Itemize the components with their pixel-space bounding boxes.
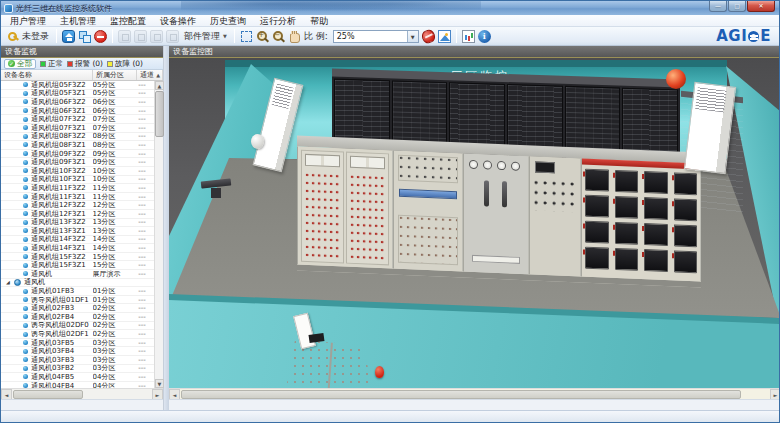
- menu-item[interactable]: 历史查询: [203, 15, 253, 27]
- close-button[interactable]: ✕: [747, 1, 775, 12]
- vscroll-thumb[interactable]: [155, 91, 164, 137]
- menu-item[interactable]: 设备操作: [153, 15, 203, 27]
- column-zone[interactable]: 所属分区: [93, 70, 137, 80]
- display-cabinet[interactable]: [393, 151, 463, 272]
- switch-unit: [674, 250, 698, 273]
- cabinet-door[interactable]: [301, 150, 344, 264]
- switch-unit: [585, 247, 609, 270]
- widget-manage-button[interactable]: 部件管理 ▼: [182, 29, 229, 44]
- control-cabinet-row[interactable]: [297, 136, 701, 301]
- switchgear-cabinet[interactable]: [581, 158, 701, 281]
- device-status-icon: [23, 246, 28, 251]
- device-status-icon: [23, 203, 28, 208]
- device-status-icon: [23, 297, 28, 302]
- info-icon[interactable]: [478, 30, 491, 43]
- menu-item[interactable]: 主机管理: [53, 15, 103, 27]
- device-status-icon: [23, 185, 28, 190]
- wall-alarm-icon[interactable]: [375, 366, 384, 378]
- column-channel[interactable]: 通道▲: [137, 70, 163, 80]
- pan-hand-icon[interactable]: [288, 30, 301, 43]
- chevron-down-icon: ▼: [223, 33, 227, 39]
- device-channel: ---: [138, 321, 154, 329]
- switch-unit: [644, 249, 668, 272]
- disabled-tool-icon: [166, 30, 179, 43]
- device-channel: ---: [138, 227, 154, 235]
- scroll-down-icon[interactable]: ▼: [155, 379, 164, 388]
- scroll-up-icon[interactable]: ▲: [155, 81, 164, 90]
- device-status-icon: [23, 323, 28, 328]
- column-device-name[interactable]: 设备名称: [1, 70, 93, 80]
- image-view-icon[interactable]: [438, 30, 451, 43]
- device-status-icon: [23, 254, 28, 259]
- cascade-windows-icon[interactable]: [78, 30, 91, 43]
- gauge-cabinet[interactable]: [463, 153, 529, 274]
- switch-unit: [644, 197, 668, 220]
- switch-unit: [615, 196, 639, 219]
- meter-window: [535, 162, 555, 174]
- filter-fault[interactable]: 故障 (0): [107, 59, 143, 69]
- switch-unit: [585, 221, 609, 244]
- chart-icon[interactable]: [462, 30, 475, 43]
- login-label: 未登录: [22, 30, 49, 43]
- device-status-icon: [23, 263, 28, 268]
- switch-unit: [644, 223, 668, 246]
- minimize-button[interactable]: —: [709, 1, 727, 12]
- zoom-in-icon[interactable]: +: [256, 30, 269, 43]
- device-zone: 展厅演示: [93, 269, 139, 279]
- toolbar-separator: [456, 29, 457, 43]
- hscroll-thumb[interactable]: [13, 390, 83, 399]
- device-status-icon: [23, 134, 28, 139]
- relay-cabinet[interactable]: [529, 156, 581, 276]
- alarm-status-icon: [67, 61, 73, 67]
- switch-unit: [585, 169, 609, 192]
- toolbar-separator: [112, 29, 113, 43]
- security-camera[interactable]: [201, 176, 235, 200]
- device-status-icon: [23, 271, 28, 276]
- maximize-button[interactable]: ▢: [728, 1, 746, 12]
- filter-alarm[interactable]: 报警 (0): [67, 59, 103, 69]
- gauge-icon: [511, 162, 520, 171]
- switch-unit: [615, 222, 639, 245]
- device-channel: ---: [138, 261, 154, 269]
- device-channel: ---: [138, 158, 154, 166]
- stop-icon[interactable]: [94, 30, 107, 43]
- alarm-sphere-icon[interactable]: [666, 69, 686, 89]
- device-status-icon: [23, 357, 28, 362]
- filter-all[interactable]: ✓ 全部: [4, 59, 36, 69]
- device-list-vscrollbar[interactable]: ▲ ▼: [154, 81, 163, 388]
- group-icon: [14, 279, 21, 286]
- menu-item[interactable]: 用户管理: [3, 15, 53, 27]
- switch-unit: [615, 170, 639, 193]
- device-channel: ---: [138, 81, 154, 89]
- label-text-lines: [272, 84, 294, 109]
- cabinet-door[interactable]: [346, 152, 389, 266]
- toolbar-separator: [234, 29, 235, 43]
- menu-item[interactable]: 监控配置: [103, 15, 153, 27]
- combo-dropdown-icon[interactable]: ▼: [407, 31, 418, 42]
- normal-status-icon: [40, 61, 46, 67]
- device-list-hscrollbar[interactable]: ◄ ►: [1, 388, 163, 399]
- scene-3d-viewport[interactable]: 厂区监控: [169, 58, 780, 399]
- device-status-icon: [23, 117, 28, 122]
- scale-combobox[interactable]: 25% ▼: [333, 30, 419, 43]
- filter-normal[interactable]: 正常: [40, 59, 63, 69]
- tree-expand-icon[interactable]: ◢: [6, 279, 14, 285]
- menu-item[interactable]: 运行分析: [253, 15, 303, 27]
- menu-item[interactable]: 帮助: [303, 15, 335, 27]
- home-icon[interactable]: [62, 30, 75, 43]
- device-status-icon: [23, 237, 28, 242]
- device-channel: ---: [138, 364, 154, 372]
- title-bar[interactable]: 光纤三维在线监控系统软件 — ▢ ✕: [1, 1, 779, 15]
- device-channel: ---: [138, 304, 154, 312]
- viewport-hscrollbar[interactable]: ◄ ►: [169, 388, 780, 399]
- device-status-icon: [23, 340, 28, 345]
- indicator-cabinet[interactable]: [297, 147, 393, 269]
- zoom-out-icon[interactable]: −: [272, 30, 285, 43]
- cancel-icon[interactable]: [420, 28, 436, 44]
- login-button[interactable]: 未登录: [5, 29, 51, 44]
- device-channel: ---: [138, 218, 154, 226]
- gauge-icon: [483, 160, 492, 169]
- select-region-icon[interactable]: [240, 30, 253, 43]
- hscroll-thumb[interactable]: [181, 390, 741, 399]
- device-status-icon: [23, 220, 28, 225]
